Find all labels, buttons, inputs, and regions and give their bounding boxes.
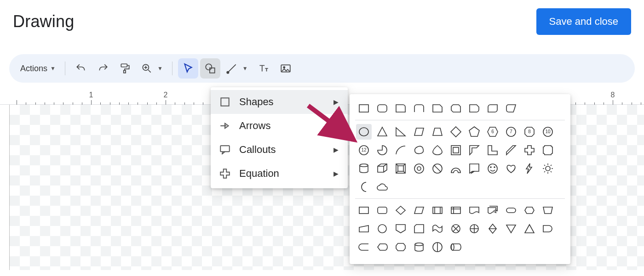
shape-fc-document[interactable] xyxy=(466,203,482,218)
shape-cross[interactable] xyxy=(522,142,537,158)
ruler-tick xyxy=(17,100,17,105)
shape-group-flowchart xyxy=(355,198,565,259)
shape-donut[interactable] xyxy=(411,161,427,176)
shape-folded[interactable] xyxy=(466,161,482,176)
shape-snip-round[interactable] xyxy=(466,101,482,116)
shape-drop[interactable] xyxy=(430,142,445,158)
shape-fc-merge[interactable] xyxy=(503,221,519,237)
shape-arc[interactable] xyxy=(393,142,408,158)
redo-button[interactable] xyxy=(93,58,113,79)
shape-diamond[interactable] xyxy=(448,124,464,140)
shape-fc-junction[interactable] xyxy=(448,221,464,237)
shape-octagon-8[interactable]: 8 xyxy=(522,124,537,140)
fc-tape-icon xyxy=(431,223,443,235)
shape-fc-internal[interactable] xyxy=(448,203,464,218)
shape-cube[interactable] xyxy=(374,161,390,176)
menu-item-label: Callouts xyxy=(239,144,276,156)
shape-fc-alt[interactable] xyxy=(374,203,390,218)
donut-icon xyxy=(413,163,425,175)
shape-blob[interactable] xyxy=(411,142,427,158)
shape-lightning[interactable] xyxy=(522,161,537,176)
actions-dropdown[interactable]: Actions ▼ xyxy=(17,58,59,79)
shape-trapezoid[interactable] xyxy=(430,124,445,140)
shape-fc-extract[interactable] xyxy=(522,221,537,237)
shape-decagon-10[interactable]: 10 xyxy=(540,124,556,140)
shape-fc-db[interactable] xyxy=(411,239,427,255)
line-tool-dropdown[interactable]: ▼ xyxy=(222,58,252,79)
shape-fc-sort[interactable] xyxy=(485,221,500,237)
shape-diag-stripe[interactable] xyxy=(503,142,519,158)
shape-hexagon-6[interactable]: 6 xyxy=(485,124,500,140)
shape-heptagon-7[interactable]: 7 xyxy=(503,124,519,140)
paint-format-button[interactable] xyxy=(115,58,135,79)
shape-pentagon[interactable] xyxy=(466,124,482,140)
shape-teardrop-rect[interactable] xyxy=(503,101,519,116)
text-icon xyxy=(258,62,270,74)
menu-item-arrows[interactable]: Arrows ▶ xyxy=(211,114,348,138)
shape-heart[interactable] xyxy=(503,161,519,176)
shape-fc-disk[interactable] xyxy=(430,239,445,255)
save-and-close-button[interactable]: Save and close xyxy=(536,8,631,35)
shape-snip-rect-2[interactable] xyxy=(448,101,464,116)
zoom-dropdown[interactable]: ▼ xyxy=(137,58,167,79)
shape-bevel[interactable] xyxy=(393,161,408,176)
ruler-number: 8 xyxy=(611,91,615,99)
shape-right-triangle[interactable] xyxy=(393,124,408,140)
shape-group-rounded-rects xyxy=(355,97,565,120)
shape-fc-direct[interactable] xyxy=(448,239,464,255)
shape-fc-manual[interactable] xyxy=(540,203,556,218)
text-box-button[interactable] xyxy=(253,58,274,79)
menu-item-callouts[interactable]: Callouts ▶ xyxy=(211,138,348,162)
shape-half-frame[interactable] xyxy=(466,142,482,158)
fc-direct-icon xyxy=(450,241,462,253)
shape-fc-tape[interactable] xyxy=(430,221,445,237)
shape-triangle[interactable] xyxy=(374,124,390,140)
shape-round-diag[interactable] xyxy=(485,101,500,116)
shape-fc-process[interactable] xyxy=(356,203,372,218)
shape-no-sign[interactable] xyxy=(430,161,445,176)
shape-fc-display[interactable] xyxy=(374,239,390,255)
shape-snip-rect[interactable] xyxy=(430,101,445,116)
shape-fc-connector[interactable] xyxy=(374,221,390,237)
shape-round-rect-single[interactable] xyxy=(393,101,408,116)
shape-dodecagon-12[interactable]: 12 xyxy=(356,142,372,158)
menu-item-label: Arrows xyxy=(239,120,270,132)
shape-fc-data[interactable] xyxy=(411,203,427,218)
shape-l-shape[interactable] xyxy=(485,142,500,158)
ruler-tick xyxy=(166,100,166,105)
shape-plaque[interactable] xyxy=(540,142,556,158)
shape-fc-terminator[interactable] xyxy=(503,203,519,218)
shape-fc-storage[interactable] xyxy=(356,239,372,255)
trapezoid-icon xyxy=(431,126,443,138)
shape-round-rect-top[interactable] xyxy=(411,101,427,116)
shape-block-arc[interactable] xyxy=(448,161,464,176)
shape-parallelogram[interactable] xyxy=(411,124,427,140)
image-button[interactable] xyxy=(276,58,296,79)
shape-frame[interactable] xyxy=(448,142,464,158)
shape-pie[interactable] xyxy=(374,142,390,158)
shape-sun[interactable] xyxy=(540,161,556,176)
shape-fc-hex[interactable] xyxy=(522,203,537,218)
shape-fc-predef[interactable] xyxy=(430,203,445,218)
shape-moon[interactable] xyxy=(356,179,372,195)
shape-cylinder[interactable] xyxy=(356,161,372,176)
shape-ellipse[interactable] xyxy=(356,124,372,140)
shape-fc-offpage[interactable] xyxy=(393,221,408,237)
shape-fc-sum[interactable] xyxy=(466,221,482,237)
menu-item-shapes[interactable]: Shapes ▶ xyxy=(211,90,348,114)
shape-smiley[interactable] xyxy=(485,161,500,176)
undo-button[interactable] xyxy=(71,58,91,79)
shape-tool-button[interactable] xyxy=(200,58,220,79)
shape-round-rect[interactable] xyxy=(374,101,390,116)
select-tool-button[interactable] xyxy=(178,58,198,79)
shape-fc-loop[interactable] xyxy=(393,239,408,255)
menu-item-equation[interactable]: Equation ▶ xyxy=(211,162,348,186)
shape-fc-delay[interactable] xyxy=(540,221,556,237)
shape-fc-manual-in[interactable] xyxy=(356,221,372,237)
shape-fc-decision[interactable] xyxy=(393,203,408,218)
svg-rect-33 xyxy=(359,207,368,214)
shape-rect[interactable] xyxy=(356,101,372,116)
shape-cloud[interactable] xyxy=(374,179,390,195)
shape-fc-card[interactable] xyxy=(411,221,427,237)
shape-fc-multidoc[interactable] xyxy=(485,203,500,218)
